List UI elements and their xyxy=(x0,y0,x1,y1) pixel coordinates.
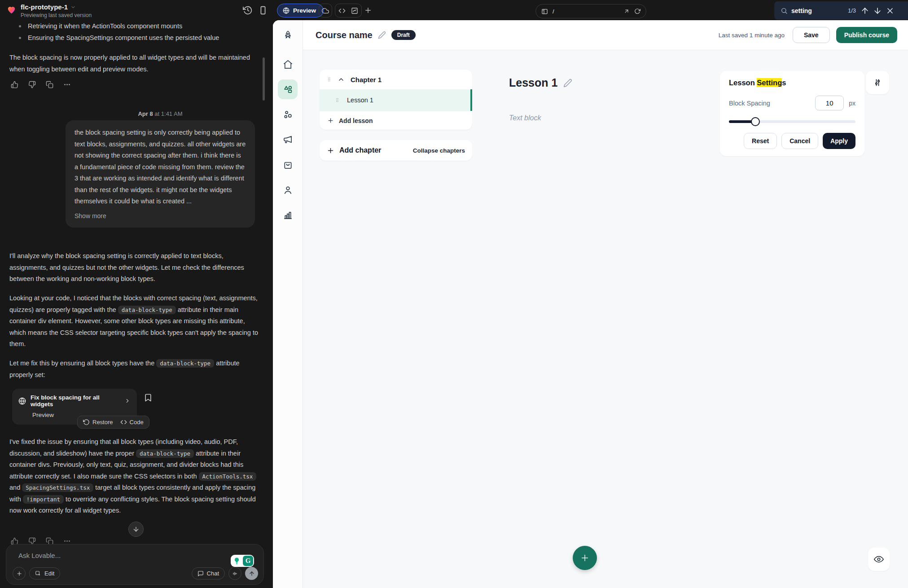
slider-thumb[interactable] xyxy=(751,117,760,126)
chevron-up-icon[interactable] xyxy=(338,76,345,83)
publish-course-button[interactable]: Publish course xyxy=(836,27,897,43)
copy-icon[interactable] xyxy=(46,81,53,88)
code-icon xyxy=(120,419,127,426)
show-more-link[interactable]: Show more xyxy=(75,211,246,222)
chapter-title: Chapter 1 xyxy=(351,76,382,83)
open-external-icon[interactable] xyxy=(623,8,630,14)
find-prev-icon[interactable] xyxy=(860,6,869,15)
panel-layout-icon xyxy=(541,8,548,15)
preview-button[interactable]: Preview xyxy=(277,4,324,18)
shopping-bag-icon xyxy=(283,160,293,170)
scroll-to-bottom-button[interactable] xyxy=(128,522,144,537)
add-lesson-button[interactable]: Add lesson xyxy=(320,111,472,130)
project-switcher[interactable]: flc-prototype-1 xyxy=(21,3,92,11)
inline-code: ActionTools.tsx xyxy=(199,472,257,481)
collapse-chapters-button[interactable]: Collapse chapters xyxy=(413,147,465,154)
shapes-icon xyxy=(283,84,293,95)
find-next-icon[interactable] xyxy=(873,6,882,15)
drag-handle-icon[interactable] xyxy=(327,76,332,83)
chat-header: flc-prototype-1 Previewing last saved ve… xyxy=(6,3,92,18)
select-edit-icon xyxy=(35,570,41,577)
chat-input-box[interactable]: Edit Chat xyxy=(6,544,264,585)
home-icon xyxy=(283,59,293,70)
chat-input-field[interactable] xyxy=(18,552,198,564)
megaphone-icon xyxy=(283,135,293,145)
search-highlight: Setting xyxy=(757,78,782,87)
edit-card-title: Fix block spacing for all widgets xyxy=(31,394,120,408)
plus-icon xyxy=(16,570,22,577)
lovable-logo-icon xyxy=(6,4,17,15)
message-actions xyxy=(11,81,71,88)
reset-button[interactable]: Reset xyxy=(744,133,777,149)
sliders-icon xyxy=(873,78,882,87)
chapter-header[interactable]: Chapter 1 xyxy=(320,70,472,89)
user-message-text: the block spacing setting is only correc… xyxy=(75,129,246,205)
assistant-paragraph: Let me fix this by ensuring all block ty… xyxy=(9,358,262,381)
chat-scrollbar[interactable] xyxy=(263,57,265,101)
inline-code: SpacingSettings.tsx xyxy=(22,483,93,492)
chevron-down-icon xyxy=(70,4,76,10)
save-button[interactable]: Save xyxy=(793,27,830,43)
block-spacing-input[interactable] xyxy=(815,96,844,110)
chat-bubble-icon xyxy=(197,570,204,577)
new-tab-icon[interactable] xyxy=(364,6,372,14)
sidebar-item-profile[interactable] xyxy=(278,180,298,200)
chevron-right-icon xyxy=(124,398,131,404)
edit-mode-button[interactable]: Edit xyxy=(29,567,60,579)
drag-handle-icon[interactable] xyxy=(335,97,340,103)
edit-pencil-icon[interactable] xyxy=(378,31,386,39)
more-icon[interactable] xyxy=(63,81,71,88)
thumbs-up-icon[interactable] xyxy=(11,81,18,88)
restore-button[interactable]: Restore xyxy=(83,419,113,426)
thumbs-down-icon[interactable] xyxy=(28,81,36,88)
text-block-placeholder[interactable]: Text block xyxy=(509,114,541,122)
code-icon[interactable] xyxy=(338,7,346,14)
block-spacing-slider[interactable] xyxy=(729,117,855,126)
lesson-list-item[interactable]: Lesson 1 xyxy=(320,89,472,111)
user-icon xyxy=(283,185,293,195)
sidebar-item-community[interactable] xyxy=(278,105,298,124)
analytics-icon[interactable] xyxy=(351,7,358,14)
apply-button[interactable]: Apply xyxy=(823,133,855,149)
assistant-paragraph: Looking at your code, I noticed that the… xyxy=(9,293,262,350)
bullet-item: Ensuring the SpacingSettings component u… xyxy=(18,32,260,44)
preview-eye-button[interactable] xyxy=(868,548,890,571)
restore-icon xyxy=(83,419,90,426)
project-status: Previewing last saved version xyxy=(21,12,92,18)
preview-label: Preview xyxy=(293,7,316,14)
sidebar-item-courses[interactable] xyxy=(278,79,298,99)
sidebar-item-store[interactable] xyxy=(278,155,298,175)
cancel-button[interactable]: Cancel xyxy=(781,133,818,149)
lesson-title: Lesson 1 xyxy=(509,76,557,89)
sidebar-item-marketing[interactable] xyxy=(278,130,298,149)
settings-toggle-button[interactable] xyxy=(866,71,889,94)
inline-code: data-block-type xyxy=(156,359,214,368)
refresh-icon[interactable] xyxy=(634,8,640,14)
app-nav-rail xyxy=(273,20,303,588)
code-analytics-group xyxy=(335,4,362,18)
add-chapter-button[interactable]: Add chapter xyxy=(327,146,381,154)
sidebar-item-home[interactable] xyxy=(278,54,298,74)
attach-button[interactable] xyxy=(13,567,26,580)
search-icon xyxy=(781,7,788,14)
edit-pencil-icon[interactable] xyxy=(563,79,572,88)
sidebar-item-analytics[interactable] xyxy=(278,205,298,225)
cloud-button[interactable] xyxy=(319,4,332,18)
find-close-icon[interactable] xyxy=(886,6,895,15)
voice-button[interactable] xyxy=(228,567,241,580)
code-button[interactable]: Code xyxy=(120,419,144,426)
url-bar[interactable]: / xyxy=(535,4,646,18)
find-input[interactable] xyxy=(791,7,844,14)
suggestion-icon[interactable] xyxy=(232,556,242,566)
send-button[interactable] xyxy=(245,567,258,580)
chat-mode-button[interactable]: Chat xyxy=(192,567,225,579)
lesson-item-title: Lesson 1 xyxy=(347,97,373,104)
bookmark-icon[interactable] xyxy=(144,393,153,402)
chapter-card: Chapter 1 Lesson 1 Add lesson xyxy=(320,70,472,130)
add-block-fab[interactable] xyxy=(573,546,597,570)
app-logo-rocket-icon[interactable] xyxy=(278,25,298,45)
add-chapter-card: Add chapter Collapse chapters xyxy=(320,140,472,161)
grammarly-icon[interactable]: G xyxy=(243,556,253,566)
chat-input-toolbar: Edit Chat xyxy=(13,567,258,580)
url-path: / xyxy=(553,8,619,15)
